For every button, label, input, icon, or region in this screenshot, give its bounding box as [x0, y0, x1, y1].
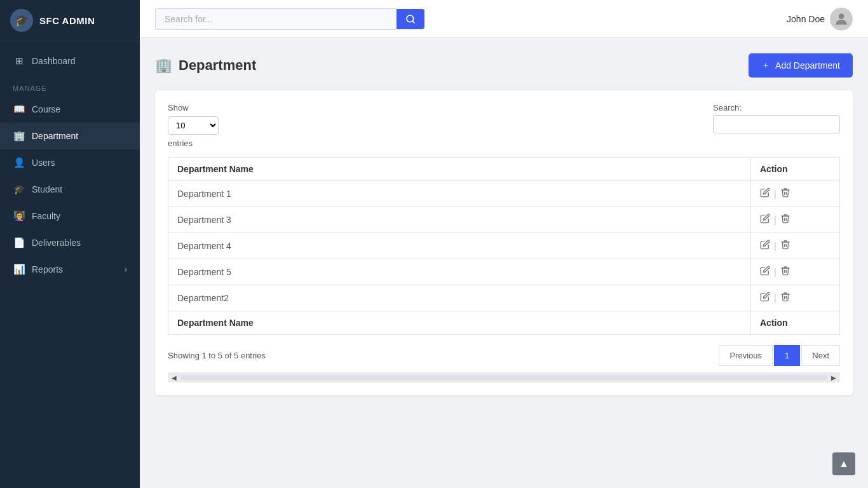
- edit-icon[interactable]: [760, 187, 770, 200]
- show-label: Show: [168, 103, 219, 112]
- search-button[interactable]: [397, 9, 424, 29]
- sidebar-item-label: Student: [32, 184, 62, 194]
- svg-point-2: [839, 13, 844, 19]
- page-header: 🏢 Department ＋ Add Department: [155, 53, 853, 78]
- next-button[interactable]: Next: [801, 345, 840, 366]
- sidebar-section-manage: MANAGE: [0, 74, 140, 96]
- table-row: Department 4 |: [168, 233, 840, 259]
- table-row: Department 3 |: [168, 207, 840, 233]
- entries-text: entries: [168, 139, 219, 148]
- brand[interactable]: 🎓 SFC ADMIN: [0, 0, 140, 41]
- table-search-input[interactable]: [713, 115, 840, 133]
- add-btn-plus: ＋: [761, 60, 770, 71]
- reports-icon: 📊: [13, 264, 25, 275]
- department-name-cell: Department 1: [168, 181, 751, 207]
- delete-icon[interactable]: [780, 292, 790, 304]
- edit-icon[interactable]: [760, 266, 770, 278]
- action-separator: |: [774, 293, 776, 303]
- edit-icon[interactable]: [760, 240, 770, 252]
- brand-text: SFC ADMIN: [39, 15, 95, 26]
- sidebar-item-label: Deliverables: [32, 238, 81, 248]
- scrollbar-track[interactable]: [180, 375, 827, 380]
- sidebar-item-label: Department: [32, 131, 78, 141]
- show-select[interactable]: 10 25 50 100: [168, 116, 219, 135]
- action-cell: |: [751, 259, 840, 285]
- sidebar-item-reports[interactable]: 📊 Reports ›: [0, 256, 140, 283]
- delete-icon[interactable]: [780, 214, 790, 226]
- table-search-label: Search:: [713, 103, 840, 112]
- add-department-button[interactable]: ＋ Add Department: [749, 53, 853, 78]
- department-name-cell: Department 4: [168, 233, 751, 259]
- pagination-wrapper: Showing 1 to 5 of 5 entries Previous 1 N…: [168, 345, 840, 366]
- users-icon: 👤: [13, 157, 25, 168]
- sidebar-item-label: Faculty: [32, 211, 60, 221]
- sidebar-item-course[interactable]: 📖 Course: [0, 96, 140, 123]
- table-search-wrapper: Search:: [713, 103, 840, 133]
- sidebar-item-department[interactable]: 🏢 Department: [0, 123, 140, 149]
- user-name: John Doe: [787, 14, 825, 24]
- action-separator: |: [774, 215, 776, 225]
- sidebar-item-deliverables[interactable]: 📄 Deliverables: [0, 229, 140, 256]
- sidebar-item-users[interactable]: 👤 Users: [0, 149, 140, 176]
- page-content: 🏢 Department ＋ Add Department Show 10 25…: [140, 38, 868, 488]
- action-separator: |: [774, 241, 776, 251]
- delete-icon[interactable]: [780, 187, 790, 200]
- brand-icon: 🎓: [10, 9, 33, 32]
- table-controls: Show 10 25 50 100 entries Search:: [168, 103, 840, 148]
- svg-line-1: [412, 21, 414, 23]
- pagination-info: Showing 1 to 5 of 5 entries: [168, 351, 266, 360]
- student-icon: 🎓: [13, 184, 25, 195]
- action-cell: |: [751, 181, 840, 207]
- edit-icon[interactable]: [760, 292, 770, 304]
- deliverables-icon: 📄: [13, 237, 25, 248]
- avatar: [830, 8, 853, 30]
- header-user: John Doe: [787, 8, 853, 30]
- page-title: Department: [179, 57, 256, 74]
- scroll-to-top-button[interactable]: ▲: [832, 452, 855, 475]
- data-table: Department Name Action Department 1: [168, 157, 840, 335]
- col-action: Action: [751, 158, 840, 181]
- sidebar-item-label: Users: [32, 158, 55, 168]
- table-scroll: Department Name Action Department 1: [168, 157, 840, 335]
- faculty-icon: 👩‍🏫: [13, 210, 25, 222]
- sidebar-item-label: Course: [32, 104, 60, 114]
- previous-button[interactable]: Previous: [719, 345, 773, 366]
- table-row: Department 1 |: [168, 181, 840, 207]
- search-icon: [405, 14, 416, 24]
- table-card: Show 10 25 50 100 entries Search:: [155, 90, 853, 395]
- search-input[interactable]: [155, 8, 397, 30]
- department-name-cell: Department 3: [168, 207, 751, 233]
- sidebar-item-label: Dashboard: [32, 56, 76, 66]
- sidebar-nav: ⊞ Dashboard MANAGE 📖 Course 🏢 Department…: [0, 41, 140, 488]
- sidebar-item-label: Reports: [32, 264, 63, 274]
- delete-icon[interactable]: [780, 240, 790, 252]
- main-content: John Doe 🏢 Department ＋ Add Department S…: [140, 0, 868, 488]
- action-cell: |: [751, 285, 840, 311]
- table-row: Department 5 |: [168, 259, 840, 285]
- scroll-right-arrow[interactable]: ▶: [827, 372, 840, 383]
- sidebar-item-faculty[interactable]: 👩‍🏫 Faculty: [0, 203, 140, 229]
- col-action-footer: Action: [751, 311, 840, 335]
- edit-icon[interactable]: [760, 214, 770, 226]
- sidebar-item-student[interactable]: 🎓 Student: [0, 176, 140, 203]
- action-cell: |: [751, 233, 840, 259]
- department-icon: 🏢: [13, 130, 25, 142]
- sidebar-item-dashboard[interactable]: ⊞ Dashboard: [0, 48, 140, 74]
- delete-icon[interactable]: [780, 266, 790, 278]
- col-department-name-footer: Department Name: [168, 311, 751, 335]
- course-icon: 📖: [13, 104, 25, 115]
- scroll-left-arrow[interactable]: ◀: [168, 372, 180, 383]
- action-cell: |: [751, 207, 840, 233]
- page-1-button[interactable]: 1: [774, 345, 800, 366]
- scrollbar-container: ◀ ▶: [168, 372, 840, 383]
- table-row: Department2 |: [168, 285, 840, 311]
- sidebar: 🎓 SFC ADMIN ⊞ Dashboard MANAGE 📖 Course …: [0, 0, 140, 488]
- col-department-name: Department Name: [168, 158, 751, 181]
- show-entries: Show 10 25 50 100 entries: [168, 103, 219, 148]
- page-title-icon: 🏢: [155, 57, 172, 74]
- department-name-cell: Department 5: [168, 259, 751, 285]
- add-btn-label: Add Department: [775, 60, 840, 71]
- search-wrapper: [155, 8, 787, 30]
- department-name-cell: Department2: [168, 285, 751, 311]
- header: John Doe: [140, 0, 868, 38]
